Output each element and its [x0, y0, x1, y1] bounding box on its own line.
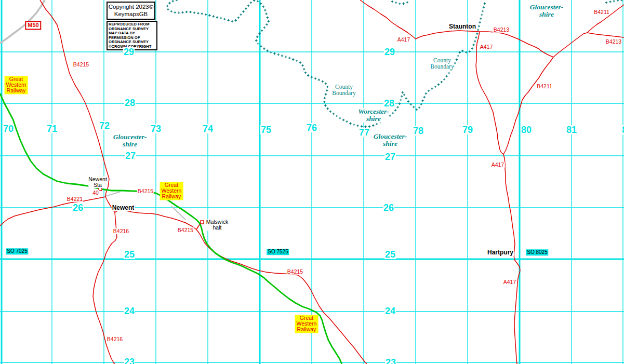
county-boundary-label-line: Boundary	[430, 63, 454, 70]
grid-reference-label: SO 8025	[526, 249, 548, 255]
town-label-hartpury: Hartpury	[487, 249, 514, 256]
railway-name-label-line: Railway	[6, 88, 26, 94]
road-label-a417: A417	[503, 279, 517, 285]
road-label-b4215: B4215	[287, 269, 303, 275]
railway-name-label-line: Railway	[297, 327, 317, 333]
railway-name-label: GreatWesternRailway	[160, 182, 183, 200]
grid-reference-label: SO 7525	[267, 249, 289, 255]
grid-northing-label: 29	[384, 47, 395, 57]
grid-northing-label: 27	[125, 151, 136, 160]
town-label-staunton: Staunton	[448, 23, 476, 30]
road-label-b4211: B4211	[536, 84, 553, 89]
grid-northing-label: 25	[384, 250, 396, 259]
county-name-label: Gloucester-shire	[374, 133, 407, 147]
grid-easting-label: 72	[99, 121, 110, 130]
grid-easting-label: 74	[202, 124, 214, 133]
county-name-label-line: shire	[530, 11, 564, 18]
county-boundary-label-line: County	[332, 84, 355, 90]
grid-northing-label: 25	[124, 250, 135, 259]
grid-easting-label: 70	[3, 124, 14, 133]
grid-easting-label: 80	[521, 125, 532, 134]
map-canvas[interactable]: Copyright 2023© KeymapsGB REPRODUCED FRO…	[0, 0, 624, 364]
road-label-a417: A417	[491, 162, 505, 168]
road-label-b4211: B4211	[593, 9, 610, 15]
road-label-b4216: B4216	[107, 336, 123, 342]
grid-easting-label: 71	[46, 124, 58, 133]
railway-name-label: GreatWesternRailway	[295, 315, 318, 333]
grid-northing-label: 29	[123, 47, 135, 57]
road-label-b4216: B4216	[113, 228, 129, 234]
grid-easting-label: 76	[306, 123, 317, 132]
grid-northing-label: 24	[384, 306, 396, 316]
station-label-line: Sta	[88, 182, 107, 188]
county-boundary-label: CountyBoundary	[332, 84, 355, 96]
road-label-b4221: B4221	[67, 196, 83, 202]
road-label-b4213: B4213	[493, 27, 510, 33]
county-name-label: Gloucester-shire	[113, 133, 147, 148]
station-label-line: halt	[206, 225, 229, 231]
grid-northing-label: 28	[124, 98, 136, 107]
county-name-label-line: shire	[374, 140, 407, 147]
os-copyright-box: REPRODUCED FROM ORDNANCE SURVEY MAP DATA…	[107, 21, 157, 50]
grid-easting-label: 79	[462, 125, 473, 134]
grid-easting-label: 78	[413, 126, 424, 136]
road-label-a417: A417	[480, 44, 494, 50]
map-label-layer: Copyright 2023© KeymapsGB REPRODUCED FRO…	[0, 0, 624, 364]
road-label-b4215: B4215	[137, 188, 154, 194]
railway-name-label: GreatWesternRailway	[5, 76, 28, 94]
road-label-b4215: B4215	[177, 227, 194, 233]
motorway-label-m50: M50	[25, 21, 41, 30]
road-label-40: 40	[92, 190, 99, 196]
county-name-label-line: Worcester-	[358, 108, 389, 115]
grid-easting-label: 81	[566, 125, 577, 134]
grid-easting-label: 75	[260, 125, 272, 134]
grid-northing-label: 28	[383, 99, 395, 108]
county-boundary-label: CountyBoundary	[430, 57, 454, 70]
grid-northing-label: 23	[385, 358, 396, 364]
copyright-line2: KeymapsGB	[108, 10, 154, 18]
grid-northing-label: 23	[124, 357, 135, 364]
grid-northing-label: 24	[124, 306, 135, 316]
county-name-label-line: Gloucester-	[530, 4, 564, 11]
road-label-b4215: B4215	[73, 62, 89, 68]
county-name-label-line: Gloucester-	[113, 133, 147, 141]
copyright-line1: Copyright 2023©	[108, 3, 154, 10]
county-name-label: Gloucester-shire	[530, 4, 564, 18]
grid-northing-label: 26	[383, 203, 394, 212]
road-label-b4213: B4213	[605, 39, 622, 45]
station-label: Malswickhalt	[206, 219, 229, 231]
railway-name-label-line: Railway	[162, 194, 182, 200]
copyright-box: Copyright 2023© KeymapsGB	[107, 2, 155, 20]
county-name-label: Worcester-shire	[358, 108, 389, 123]
grid-easting-label: 73	[150, 124, 162, 133]
county-name-label-line: shire	[358, 115, 389, 123]
grid-northing-label: 26	[72, 203, 84, 212]
grid-northing-label: 27	[384, 152, 396, 161]
county-name-label-line: shire	[113, 141, 147, 148]
county-name-label-line: Gloucester-	[374, 133, 407, 140]
grid-easting-label: 77	[359, 128, 370, 137]
county-boundary-label-line: County	[430, 57, 454, 63]
grid-reference-label: SO 7025	[6, 248, 28, 254]
county-boundary-label-line: Boundary	[332, 90, 355, 96]
station-label: NewentSta	[88, 177, 107, 188]
grid-easting-label: 82	[621, 125, 624, 134]
road-label-a417: A417	[397, 37, 411, 43]
town-label-newent: Newent	[112, 205, 135, 211]
